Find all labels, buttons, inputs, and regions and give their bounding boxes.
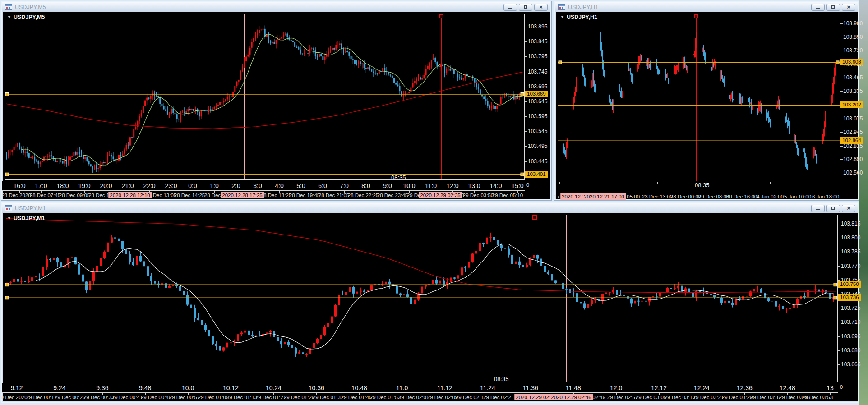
chart-window-icon <box>558 4 565 10</box>
terminal-workspace: USDJPY,M5 × USDJPY,H1 × USDJPY,M1 <box>0 0 859 405</box>
minimize-button[interactable] <box>811 4 825 11</box>
chart-canvas-m5[interactable] <box>3 12 550 199</box>
close-icon: × <box>539 4 543 10</box>
restore-button[interactable] <box>826 205 840 212</box>
restore-icon <box>524 5 527 9</box>
window-buttons: × <box>811 205 858 212</box>
restore-button[interactable] <box>826 4 840 11</box>
window-buttons: × <box>811 4 858 11</box>
chart-canvas-m1[interactable] <box>3 213 858 401</box>
minimize-icon <box>816 8 820 9</box>
minimize-icon <box>508 8 512 9</box>
chart-window-icon <box>5 4 12 10</box>
close-button[interactable]: × <box>842 4 855 11</box>
window-title: USDJPY,M5 <box>15 4 46 10</box>
chart-window-usdjpy-m1[interactable]: USDJPY,M1 × <box>1 202 859 403</box>
chart-window-usdjpy-m5[interactable]: USDJPY,M5 × <box>1 1 552 201</box>
window-titlebar[interactable]: USDJPY,H1 × <box>555 2 858 12</box>
window-titlebar[interactable]: USDJPY,M5 × <box>2 2 550 12</box>
restore-icon <box>831 5 835 9</box>
close-button[interactable]: × <box>534 4 548 11</box>
minimize-button[interactable] <box>503 4 517 11</box>
chart-window-icon <box>5 205 12 211</box>
chart-canvas-h1[interactable] <box>556 12 858 199</box>
window-buttons: × <box>503 4 550 11</box>
window-titlebar[interactable]: USDJPY,M1 × <box>2 203 858 213</box>
window-title: USDJPY,M1 <box>15 205 46 212</box>
minimize-icon <box>816 209 820 210</box>
close-icon: × <box>847 4 850 10</box>
close-button[interactable]: × <box>842 205 855 212</box>
minimize-button[interactable] <box>811 205 825 212</box>
window-title: USDJPY,H1 <box>568 4 598 10</box>
close-icon: × <box>847 205 850 211</box>
restore-icon <box>831 207 835 210</box>
chart-window-usdjpy-h1[interactable]: USDJPY,H1 × <box>554 1 859 201</box>
restore-button[interactable] <box>519 4 532 11</box>
